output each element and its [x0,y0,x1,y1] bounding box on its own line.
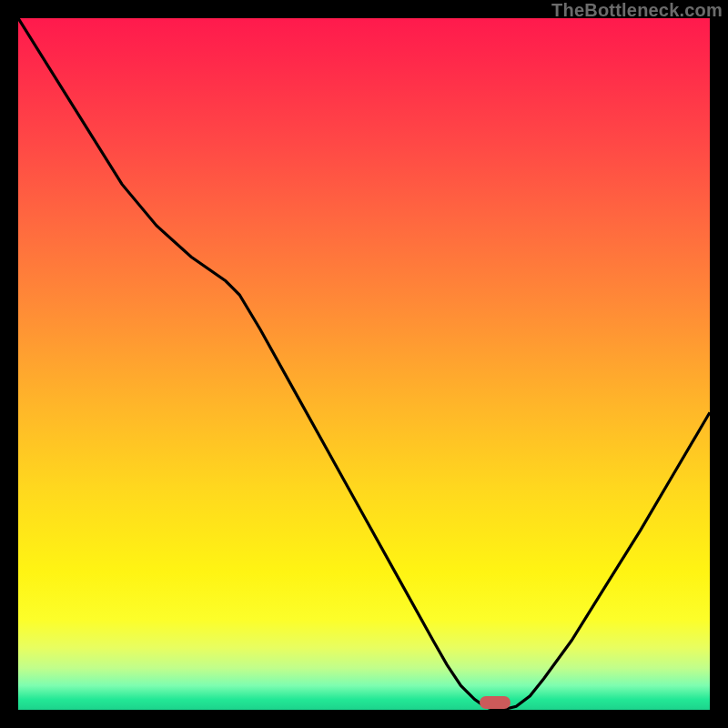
curve-path [18,18,710,710]
optimum-marker [480,696,511,709]
plot-area [18,18,710,710]
chart-frame: TheBottleneck.com [0,0,728,728]
bottleneck-curve [18,18,710,710]
